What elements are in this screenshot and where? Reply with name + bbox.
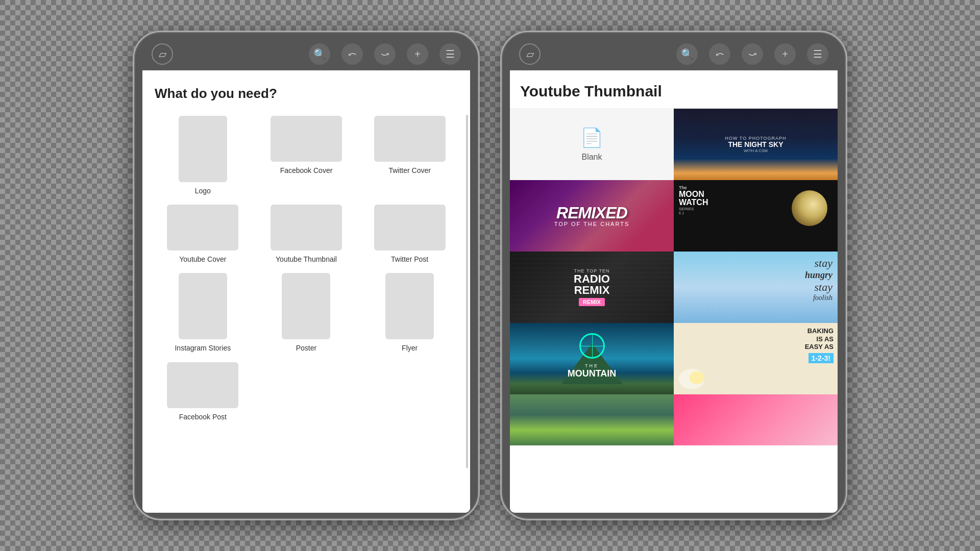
night-sky-text: HOW TO PHOTOGRAPH THE NIGHT SKY WITH A C…: [720, 131, 791, 158]
remixed-thumb: REMIXED TOP OF THE CHARTS: [510, 180, 674, 252]
youtube-thumb-thumb: [271, 205, 342, 251]
flyer-thumb: [385, 273, 434, 339]
search-icon-right[interactable]: 🔍: [676, 43, 698, 65]
landscape-thumb: [510, 394, 674, 445]
search-icon[interactable]: 🔍: [309, 43, 330, 65]
list-item[interactable]: REMIXED TOP OF THE CHARTS: [510, 180, 674, 252]
left-screen: What do you need? Logo Facebook Cover: [142, 70, 470, 513]
redo-icon[interactable]: ⤻: [374, 43, 396, 65]
night-sky-thumb: HOW TO PHOTOGRAPH THE NIGHT SKY WITH A C…: [674, 109, 838, 180]
foolish-text: foolish: [805, 294, 832, 302]
mountain-thumb: THE MOUNTAIN: [510, 323, 674, 394]
thumbnail-grid: 📄 Blank HOW TO PHOTOGRAPH THE NIGHT SKY …: [510, 109, 838, 445]
stay-text2: stay: [805, 281, 832, 294]
radio-ten-text: RADIO: [574, 273, 610, 285]
twitter-post-label: Twitter Post: [391, 255, 428, 264]
poster-label: Poster: [296, 343, 316, 353]
list-item[interactable]: Twitter Cover: [361, 116, 458, 195]
radio-remix-text: REMIX: [574, 285, 610, 296]
remixed-subtitle: TOP OF THE CHARTS: [554, 221, 630, 227]
mountain-name: MOUNTAIN: [568, 368, 617, 379]
list-item[interactable]: THE TOP TEN RADIO REMIX REMIX: [510, 252, 674, 323]
blank-label: Blank: [581, 153, 602, 162]
moon-watch-thumb: The MOONWATCH SERIES E.1: [674, 180, 838, 252]
add-icon[interactable]: +: [407, 43, 428, 65]
list-item[interactable]: Youtube Thumbnail: [258, 205, 355, 264]
add-icon-right[interactable]: +: [774, 43, 796, 65]
hungry-thumb: stay hungry stay foolish: [674, 252, 838, 323]
right-screen: Youtube Thumbnail 📄 Blank HOW TO PHOTOGR…: [510, 70, 838, 513]
moon-episode: E.1: [679, 211, 708, 215]
list-item[interactable]: Logo: [155, 116, 251, 195]
menu-icon-right[interactable]: ☰: [807, 43, 828, 65]
radio-text: THE TOP TEN RADIO REMIX REMIX: [574, 268, 610, 306]
document-icon: 📄: [580, 127, 603, 148]
instagram-label: Instagram Stories: [175, 343, 231, 353]
list-item[interactable]: BAKINGIS ASEASY AS 1-2-3!: [674, 323, 838, 394]
list-item[interactable]: 📄 Blank: [510, 109, 674, 180]
radio-badge: REMIX: [579, 298, 605, 306]
baking-title: BAKINGIS ASEASY AS: [805, 327, 834, 351]
moon-text: The MOONWATCH SERIES E.1: [679, 185, 708, 215]
yt-panel: Youtube Thumbnail 📄 Blank HOW TO PHOTOGR…: [510, 70, 838, 513]
facebook-cover-thumb: [271, 116, 342, 162]
list-item[interactable]: Youtube Cover: [155, 205, 251, 264]
facebook-post-label: Facebook Post: [179, 412, 227, 421]
left-toolbar: ▱ 🔍 ⤺ ⤻ + ☰: [142, 38, 470, 70]
left-phone: ▱ 🔍 ⤺ ⤻ + ☰ What do you need? Logo: [133, 31, 480, 520]
radio-the-top: THE TOP TEN: [574, 268, 610, 273]
undo-icon-right[interactable]: ⤺: [709, 43, 730, 65]
panel-title: What do you need?: [155, 86, 458, 102]
layers-icon[interactable]: ▱: [152, 43, 173, 65]
baking-badge: 1-2-3!: [808, 353, 834, 363]
baking-thumb: BAKINGIS ASEASY AS 1-2-3!: [674, 323, 838, 394]
list-item[interactable]: [510, 394, 674, 445]
youtube-thumb-label: Youtube Thumbnail: [276, 255, 337, 264]
stay-text: stay: [805, 257, 832, 270]
twitter-cover-label: Twitter Cover: [388, 166, 430, 175]
moon-series: SERIES: [679, 207, 708, 211]
list-item[interactable]: Flyer: [361, 273, 458, 353]
facebook-cover-label: Facebook Cover: [280, 166, 333, 175]
list-item[interactable]: Instagram Stories: [155, 273, 251, 353]
radio-thumb: THE TOP TEN RADIO REMIX REMIX: [510, 252, 674, 323]
right-toolbar: ▱ 🔍 ⤺ ⤻ + ☰: [510, 38, 838, 70]
logo-thumb: [179, 116, 227, 182]
egg-yolk: [689, 371, 704, 384]
flyer-label: Flyer: [402, 343, 418, 353]
yt-panel-title: Youtube Thumbnail: [510, 70, 838, 109]
list-item[interactable]: THE MOUNTAIN: [510, 323, 674, 394]
layers-icon-right[interactable]: ▱: [519, 43, 541, 65]
crosshair-icon: [579, 333, 605, 359]
hungry-text: stay hungry stay foolish: [805, 257, 832, 302]
youtube-cover-label: Youtube Cover: [179, 255, 226, 264]
remixed-title: REMIXED: [554, 205, 630, 221]
list-item[interactable]: Poster: [258, 273, 355, 353]
twitter-post-thumb: [374, 205, 446, 251]
menu-icon[interactable]: ☰: [439, 43, 461, 65]
instagram-thumb: [179, 273, 227, 339]
app-container: ▱ 🔍 ⤺ ⤻ + ☰ What do you need? Logo: [0, 0, 980, 551]
poster-thumb: [282, 273, 330, 339]
template-grid: Logo Facebook Cover Twitter Cover: [155, 116, 458, 421]
list-item[interactable]: stay hungry stay foolish: [674, 252, 838, 323]
night-sky-title: THE NIGHT SKY: [725, 141, 786, 148]
list-item[interactable]: Facebook Cover: [258, 116, 355, 195]
youtube-cover-thumb: [167, 205, 238, 251]
list-item[interactable]: Twitter Post: [361, 205, 458, 264]
right-phone: ▱ 🔍 ⤺ ⤻ + ☰ Youtube Thumbnail 📄 Blank: [500, 31, 847, 520]
pink-thumb: [674, 394, 838, 445]
undo-icon[interactable]: ⤺: [341, 43, 363, 65]
twitter-cover-thumb: [374, 116, 446, 162]
hungry-word: hungry: [805, 270, 832, 281]
scrollbar[interactable]: [466, 115, 468, 469]
facebook-post-thumb: [167, 362, 238, 408]
list-item[interactable]: Facebook Post: [155, 362, 251, 421]
mountain-the: THE: [568, 363, 617, 368]
redo-icon-right[interactable]: ⤻: [742, 43, 763, 65]
with-csm-text: WITH A CSM: [725, 148, 786, 153]
list-item[interactable]: The MOONWATCH SERIES E.1: [674, 180, 838, 252]
list-item[interactable]: HOW TO PHOTOGRAPH THE NIGHT SKY WITH A C…: [674, 109, 838, 180]
logo-label: Logo: [195, 186, 211, 195]
list-item[interactable]: [674, 394, 838, 445]
